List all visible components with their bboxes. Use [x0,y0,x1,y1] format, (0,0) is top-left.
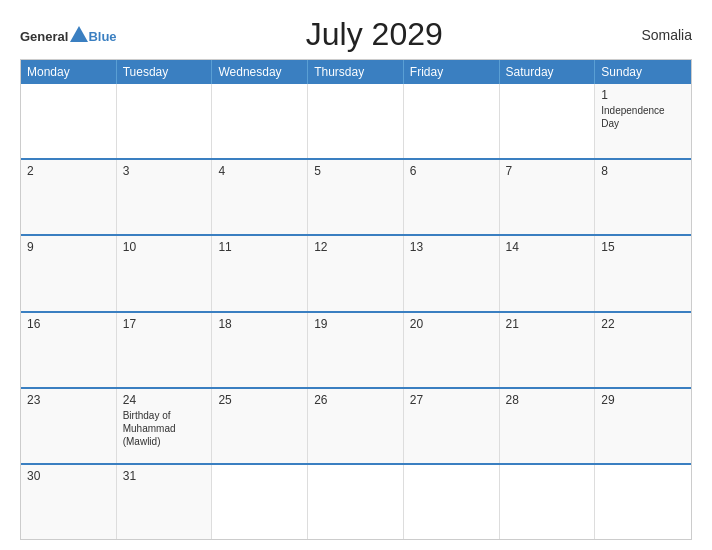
day-number: 18 [218,317,301,331]
day-number: 3 [123,164,206,178]
calendar-cell-w5-d4 [404,465,500,539]
day-number: 1 [601,88,685,102]
calendar-cell-w2-d1: 10 [117,236,213,310]
header-saturday: Saturday [500,60,596,84]
calendar-cell-w2-d0: 9 [21,236,117,310]
day-number: 2 [27,164,110,178]
day-number: 21 [506,317,589,331]
calendar-cell-w4-d2: 25 [212,389,308,463]
day-number: 17 [123,317,206,331]
calendar: Monday Tuesday Wednesday Thursday Friday… [20,59,692,540]
logo-general-text: General [20,30,68,43]
day-event: Birthday of Muhammad (Mawlid) [123,409,206,448]
calendar-cell-w0-d1 [117,84,213,158]
day-number: 31 [123,469,206,483]
calendar-cell-w4-d0: 23 [21,389,117,463]
day-number: 16 [27,317,110,331]
calendar-cell-w4-d5: 28 [500,389,596,463]
calendar-cell-w3-d2: 18 [212,313,308,387]
calendar-cell-w0-d6: 1Independence Day [595,84,691,158]
calendar-cell-w2-d4: 13 [404,236,500,310]
day-number: 27 [410,393,493,407]
logo-icon [70,26,88,42]
day-number: 30 [27,469,110,483]
logo-blue-text: Blue [88,30,116,43]
header: General Blue July 2029 Somalia [20,16,692,53]
calendar-cell-w4-d3: 26 [308,389,404,463]
header-sunday: Sunday [595,60,691,84]
calendar-cell-w2-d2: 11 [212,236,308,310]
header-thursday: Thursday [308,60,404,84]
day-number: 11 [218,240,301,254]
calendar-cell-w3-d5: 21 [500,313,596,387]
calendar-cell-w1-d1: 3 [117,160,213,234]
calendar-cell-w3-d3: 19 [308,313,404,387]
calendar-cell-w5-d0: 30 [21,465,117,539]
calendar-week-3: 16171819202122 [21,311,691,387]
calendar-cell-w1-d5: 7 [500,160,596,234]
calendar-cell-w4-d6: 29 [595,389,691,463]
calendar-cell-w0-d4 [404,84,500,158]
header-tuesday: Tuesday [117,60,213,84]
calendar-cell-w1-d6: 8 [595,160,691,234]
day-number: 14 [506,240,589,254]
day-number: 19 [314,317,397,331]
svg-marker-0 [70,26,88,42]
calendar-cell-w2-d3: 12 [308,236,404,310]
calendar-cell-w3-d0: 16 [21,313,117,387]
country-label: Somalia [632,27,692,43]
day-number: 13 [410,240,493,254]
day-number: 9 [27,240,110,254]
day-number: 15 [601,240,685,254]
calendar-title: July 2029 [117,16,632,53]
calendar-week-2: 9101112131415 [21,234,691,310]
day-number: 8 [601,164,685,178]
day-number: 10 [123,240,206,254]
calendar-cell-w1-d0: 2 [21,160,117,234]
day-number: 22 [601,317,685,331]
header-wednesday: Wednesday [212,60,308,84]
day-number: 5 [314,164,397,178]
calendar-cell-w5-d3 [308,465,404,539]
calendar-week-1: 2345678 [21,158,691,234]
calendar-cell-w4-d4: 27 [404,389,500,463]
header-friday: Friday [404,60,500,84]
day-number: 28 [506,393,589,407]
day-number: 29 [601,393,685,407]
calendar-cell-w1-d3: 5 [308,160,404,234]
calendar-cell-w5-d2 [212,465,308,539]
calendar-body: 1Independence Day23456789101112131415161… [21,84,691,539]
day-number: 20 [410,317,493,331]
calendar-cell-w5-d5 [500,465,596,539]
page: General Blue July 2029 Somalia Monday Tu… [0,0,712,550]
calendar-cell-w2-d6: 15 [595,236,691,310]
logo: General Blue [20,26,117,43]
calendar-header: Monday Tuesday Wednesday Thursday Friday… [21,60,691,84]
day-number: 6 [410,164,493,178]
calendar-cell-w3-d6: 22 [595,313,691,387]
calendar-cell-w2-d5: 14 [500,236,596,310]
calendar-week-4: 2324Birthday of Muhammad (Mawlid)2526272… [21,387,691,463]
day-number: 12 [314,240,397,254]
day-number: 4 [218,164,301,178]
day-number: 23 [27,393,110,407]
calendar-cell-w0-d0 [21,84,117,158]
calendar-cell-w5-d1: 31 [117,465,213,539]
day-number: 7 [506,164,589,178]
calendar-week-0: 1Independence Day [21,84,691,158]
day-number: 26 [314,393,397,407]
calendar-cell-w0-d5 [500,84,596,158]
calendar-cell-w0-d3 [308,84,404,158]
calendar-cell-w5-d6 [595,465,691,539]
day-event: Independence Day [601,104,685,130]
calendar-cell-w1-d4: 6 [404,160,500,234]
calendar-cell-w0-d2 [212,84,308,158]
day-number: 25 [218,393,301,407]
calendar-cell-w1-d2: 4 [212,160,308,234]
calendar-cell-w3-d1: 17 [117,313,213,387]
calendar-cell-w4-d1: 24Birthday of Muhammad (Mawlid) [117,389,213,463]
calendar-week-5: 3031 [21,463,691,539]
header-monday: Monday [21,60,117,84]
calendar-cell-w3-d4: 20 [404,313,500,387]
day-number: 24 [123,393,206,407]
